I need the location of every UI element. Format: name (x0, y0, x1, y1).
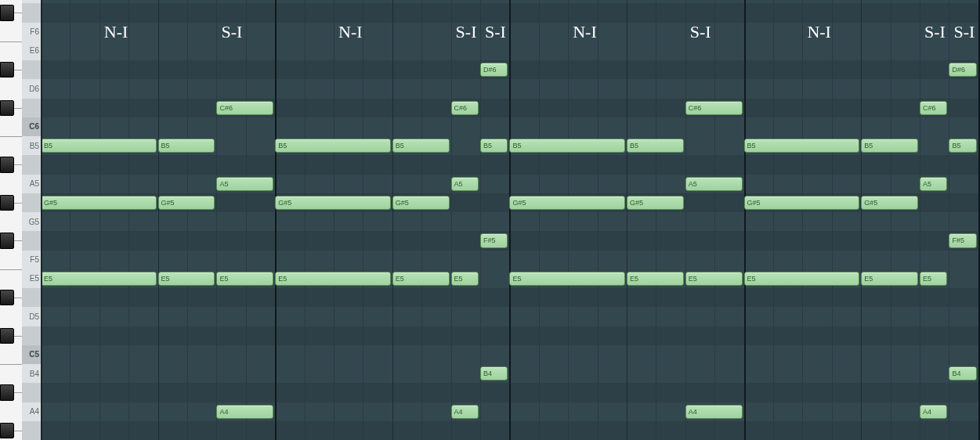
midi-note[interactable]: B5 (627, 139, 684, 153)
beat-line (802, 0, 803, 440)
black-key[interactable] (0, 157, 14, 172)
pitch-label: B4 (22, 364, 41, 383)
beat-line (656, 0, 656, 440)
chord-label: S-I (221, 22, 242, 42)
midi-note[interactable]: G#5 (41, 196, 157, 210)
bar-line (509, 0, 511, 440)
beat-line (451, 0, 452, 440)
pitch-label: G5 (22, 212, 41, 231)
midi-note[interactable]: A4 (451, 405, 479, 419)
midi-note[interactable]: A4 (920, 405, 947, 419)
midi-note[interactable]: E5 (861, 272, 918, 286)
pitch-label: B5 (22, 136, 41, 155)
bar-line (158, 0, 159, 440)
midi-note[interactable]: B5 (392, 139, 450, 153)
midi-note[interactable]: A4 (216, 405, 273, 419)
black-key[interactable] (0, 5, 14, 20)
midi-note[interactable]: A5 (685, 177, 743, 191)
midi-note[interactable]: D#6 (949, 63, 976, 77)
beat-line (568, 0, 569, 440)
beat-line (920, 0, 920, 440)
midi-note[interactable]: G#5 (861, 196, 918, 210)
pitch-label: C5 (22, 345, 41, 364)
pitch-label: D5 (22, 307, 41, 326)
chord-label: N-I (807, 22, 831, 42)
midi-note[interactable]: A5 (451, 177, 479, 191)
midi-note[interactable]: C#6 (451, 101, 479, 115)
midi-note[interactable]: E5 (216, 272, 273, 286)
midi-note[interactable]: E5 (41, 272, 157, 286)
black-key[interactable] (0, 62, 14, 78)
black-key[interactable] (0, 290, 14, 305)
beat-line (246, 0, 247, 440)
midi-note[interactable]: E5 (509, 272, 625, 286)
pitch-label: D6 (22, 79, 41, 98)
beat-line (70, 0, 71, 440)
bar-line (861, 0, 862, 440)
midi-note[interactable]: A5 (920, 177, 947, 191)
midi-note[interactable]: B4 (949, 366, 976, 380)
bar-line (392, 0, 393, 440)
midi-note[interactable]: G#5 (627, 196, 684, 210)
beat-line (773, 0, 774, 440)
beat-line (305, 0, 306, 440)
midi-note[interactable]: B5 (861, 139, 918, 153)
black-key[interactable] (0, 423, 14, 438)
midi-note[interactable]: E5 (744, 272, 860, 286)
black-key[interactable] (0, 384, 14, 400)
midi-note[interactable]: E5 (685, 272, 743, 286)
beat-line (99, 0, 100, 440)
midi-note[interactable]: B5 (509, 139, 625, 153)
midi-note[interactable]: E5 (392, 272, 450, 286)
midi-note[interactable]: E5 (275, 272, 391, 286)
chord-label: S-I (953, 22, 975, 42)
midi-note[interactable]: G#5 (158, 196, 215, 210)
midi-note[interactable]: E5 (920, 272, 947, 286)
midi-note[interactable]: G#5 (275, 196, 391, 210)
black-key[interactable] (0, 100, 14, 116)
midi-note[interactable]: A4 (685, 405, 743, 419)
beat-line (128, 0, 129, 440)
midi-note[interactable]: B5 (949, 139, 976, 153)
bar-line (627, 0, 627, 440)
piano-roll[interactable]: G6F6E6D6C6B5A5G5F5E5D5C5B4A4G4F4E4D4 B5G… (0, 0, 980, 440)
midi-note[interactable]: E5 (451, 272, 479, 286)
pitch-label: A4 (22, 402, 41, 421)
midi-note[interactable]: B5 (480, 139, 508, 153)
piano-keyboard[interactable] (0, 0, 22, 440)
midi-note[interactable]: D#6 (480, 63, 508, 77)
midi-note[interactable]: F#5 (480, 233, 508, 247)
pitch-label: C6 (22, 117, 41, 136)
pitch-label: A5 (22, 175, 41, 193)
midi-note[interactable]: B5 (41, 139, 157, 153)
midi-note[interactable]: F#5 (949, 233, 976, 247)
chord-label: S-I (690, 22, 711, 42)
grid-left-border (41, 0, 42, 440)
beat-line (187, 0, 188, 440)
midi-note[interactable]: B5 (744, 139, 860, 153)
beat-line (891, 0, 891, 440)
black-key[interactable] (0, 195, 14, 211)
midi-note[interactable]: G#5 (744, 196, 860, 210)
black-key[interactable] (0, 328, 14, 344)
midi-note[interactable]: C#6 (216, 101, 273, 115)
chord-label: S-I (456, 22, 477, 42)
midi-note[interactable]: C#6 (920, 101, 947, 115)
midi-note[interactable]: B5 (158, 139, 215, 153)
bar-line (978, 0, 980, 440)
midi-note[interactable]: B5 (275, 139, 391, 153)
midi-note[interactable]: B4 (480, 366, 508, 380)
midi-note[interactable]: E5 (627, 272, 684, 286)
bar-line (744, 0, 746, 440)
midi-note[interactable]: A5 (216, 177, 273, 191)
midi-note[interactable]: G#5 (509, 196, 625, 210)
note-grid[interactable]: B5G#5E5E4B5G#5E5E4C#6A5E5A4B5G#5E5E4B5G#… (41, 0, 980, 440)
black-key[interactable] (0, 233, 14, 248)
midi-note[interactable]: C#6 (685, 101, 743, 115)
pitch-label: E5 (22, 269, 41, 288)
beat-line (216, 0, 217, 440)
chord-label: N-I (104, 22, 128, 42)
beat-line (334, 0, 335, 440)
midi-note[interactable]: G#5 (392, 196, 450, 210)
midi-note[interactable]: E5 (158, 272, 215, 286)
